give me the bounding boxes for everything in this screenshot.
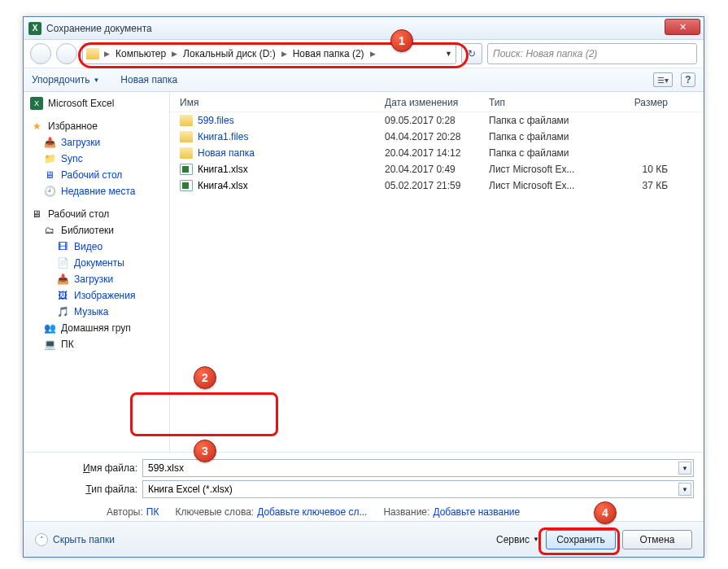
sidebar-item-documents[interactable]: 📄Документы xyxy=(28,255,169,271)
excel-icon: X xyxy=(30,97,43,110)
sidebar-favorites-header[interactable]: ★Избранное xyxy=(28,118,169,134)
tools-menu[interactable]: Сервис▼ xyxy=(496,534,539,545)
column-name[interactable]: Имя xyxy=(180,97,385,108)
chevron-right-icon[interactable]: ▶ xyxy=(170,50,179,58)
address-dropdown-icon[interactable]: ▼ xyxy=(445,50,452,58)
back-button[interactable] xyxy=(30,43,51,64)
dialog-body: XMicrosoft Excel ★Избранное 📥Загрузки 📁S… xyxy=(24,92,704,452)
keywords-value[interactable]: Добавьте ключевое сл... xyxy=(257,506,367,518)
file-row[interactable]: Книга1.files04.04.2017 20:28Папка с файл… xyxy=(170,129,704,145)
breadcrumb-seg-computer[interactable]: Компьютер xyxy=(113,48,168,59)
refresh-button[interactable]: ↻ xyxy=(461,43,482,64)
authors-label: Авторы: xyxy=(107,506,143,518)
file-name: 599.files xyxy=(198,115,385,126)
cancel-button[interactable]: Отмена xyxy=(622,530,692,549)
dropdown-icon[interactable]: ▼ xyxy=(678,483,691,496)
xlsx-icon xyxy=(180,180,193,191)
file-type: Папка с файлами xyxy=(489,131,603,142)
file-type: Лист Microsoft Ex... xyxy=(489,180,603,191)
folder-icon xyxy=(180,147,193,159)
footer: ˄ Скрыть папки Сервис▼ Сохранить Отмена xyxy=(24,521,704,557)
annotation-badge-2: 2 xyxy=(194,366,216,389)
xlsx-icon xyxy=(180,164,193,175)
forward-button[interactable] xyxy=(56,43,77,64)
sidebar-item-homegroup[interactable]: 👥Домашняя груп xyxy=(28,320,169,336)
annotation-badge-4: 4 xyxy=(594,501,617,524)
title-label: Название: xyxy=(383,506,429,518)
file-row[interactable]: Книга1.xlsx20.04.2017 0:49Лист Microsoft… xyxy=(170,161,704,177)
column-date[interactable]: Дата изменения xyxy=(385,97,489,108)
organize-button[interactable]: Упорядочить▼ xyxy=(32,74,99,85)
sync-icon: 📁 xyxy=(43,152,56,165)
sidebar-item-sync[interactable]: 📁Sync xyxy=(28,151,169,167)
hide-folders-button[interactable]: ˄ Скрыть папки xyxy=(35,533,115,546)
dropdown-icon[interactable]: ▼ xyxy=(678,462,691,475)
file-type: Папка с файлами xyxy=(489,147,603,159)
library-icon: 🗂 xyxy=(43,224,56,237)
sidebar-item-videos[interactable]: 🎞Видео xyxy=(28,239,169,255)
file-name: Книга4.xlsx xyxy=(198,180,385,191)
window-title: Сохранение документа xyxy=(46,23,152,34)
folder-icon xyxy=(86,48,99,59)
filetype-select[interactable]: Книга Excel (*.xlsx) ▼ xyxy=(142,480,694,498)
new-folder-button[interactable]: Новая папка xyxy=(120,74,177,85)
breadcrumb-seg-drive[interactable]: Локальный диск (D:) xyxy=(181,48,278,59)
nav-row: ▶ Компьютер ▶ Локальный диск (D:) ▶ Нова… xyxy=(24,40,704,68)
help-button[interactable]: ? xyxy=(681,72,695,87)
toolbar: Упорядочить▼ Новая папка ☰▾ ? xyxy=(24,68,704,92)
titlebar: X Сохранение документа ✕ xyxy=(24,17,704,40)
file-row[interactable]: Книга4.xlsx05.02.2017 21:59Лист Microsof… xyxy=(170,177,704,194)
close-button[interactable]: ✕ xyxy=(665,19,700,35)
sidebar-item-pc[interactable]: 💻ПК xyxy=(28,336,169,352)
column-type[interactable]: Тип xyxy=(489,97,603,108)
file-list-header: Имя Дата изменения Тип Размер xyxy=(170,92,704,112)
save-button[interactable]: Сохранить xyxy=(546,530,616,549)
annotation-badge-1: 1 xyxy=(390,29,413,52)
file-date: 04.04.2017 20:28 xyxy=(385,131,489,142)
column-size[interactable]: Размер xyxy=(603,97,668,108)
folder-icon xyxy=(180,115,193,126)
file-name: Книга1.files xyxy=(198,131,385,142)
downloads-icon: 📥 xyxy=(43,136,56,149)
picture-icon: 🖼 xyxy=(56,289,69,302)
sidebar-item-desktop-fav[interactable]: 🖥Рабочий стол xyxy=(28,167,169,183)
sidebar-item-pictures[interactable]: 🖼Изображения xyxy=(28,287,169,304)
chevron-right-icon[interactable]: ▶ xyxy=(368,50,377,58)
filename-input[interactable]: 599.xlsx ▼ xyxy=(142,459,694,477)
authors-value[interactable]: ПК xyxy=(146,506,159,518)
search-input[interactable]: Поиск: Новая папка (2) xyxy=(487,43,697,64)
sidebar-item-excel[interactable]: XMicrosoft Excel xyxy=(28,95,169,112)
search-placeholder: Поиск: Новая папка (2) xyxy=(493,48,597,59)
view-mode-button[interactable]: ☰▾ xyxy=(653,72,673,87)
file-row[interactable]: 599.files09.05.2017 0:28Папка с файлами xyxy=(170,112,704,129)
annotation-badge-3: 3 xyxy=(194,440,216,462)
file-date: 09.05.2017 0:28 xyxy=(385,115,489,126)
downloads-icon: 📥 xyxy=(56,273,69,286)
homegroup-icon: 👥 xyxy=(43,322,56,335)
breadcrumb-seg-folder[interactable]: Новая папка (2) xyxy=(290,48,367,59)
file-date: 20.04.2017 14:12 xyxy=(385,147,489,159)
pc-icon: 💻 xyxy=(43,338,56,351)
file-row[interactable]: Новая папка20.04.2017 14:12Папка с файла… xyxy=(170,145,704,161)
title-value[interactable]: Добавьте название xyxy=(433,506,520,518)
sidebar-item-recent[interactable]: 🕘Недавние места xyxy=(28,183,169,199)
sidebar-item-desktop[interactable]: 🖥Рабочий стол xyxy=(28,206,169,222)
chevron-right-icon[interactable]: ▶ xyxy=(102,50,111,58)
folder-icon xyxy=(180,131,193,142)
sidebar: XMicrosoft Excel ★Избранное 📥Загрузки 📁S… xyxy=(24,92,170,452)
sidebar-libraries-header[interactable]: 🗂Библиотеки xyxy=(28,222,169,239)
filename-value: 599.xlsx xyxy=(148,462,184,474)
star-icon: ★ xyxy=(30,120,43,133)
sidebar-item-music[interactable]: 🎵Музыка xyxy=(28,304,169,320)
file-date: 05.02.2017 21:59 xyxy=(385,180,489,191)
file-type: Лист Microsoft Ex... xyxy=(489,164,603,175)
sidebar-item-downloads-lib[interactable]: 📥Загрузки xyxy=(28,271,169,287)
file-name: Новая папка xyxy=(198,147,385,159)
desktop-icon: 🖥 xyxy=(30,208,43,221)
file-size: 10 КБ xyxy=(603,164,668,175)
video-icon: 🎞 xyxy=(56,240,69,253)
chevron-up-icon: ˄ xyxy=(35,533,48,546)
chevron-right-icon[interactable]: ▶ xyxy=(280,50,289,58)
sidebar-item-downloads[interactable]: 📥Загрузки xyxy=(28,134,169,151)
excel-app-icon: X xyxy=(28,22,41,35)
